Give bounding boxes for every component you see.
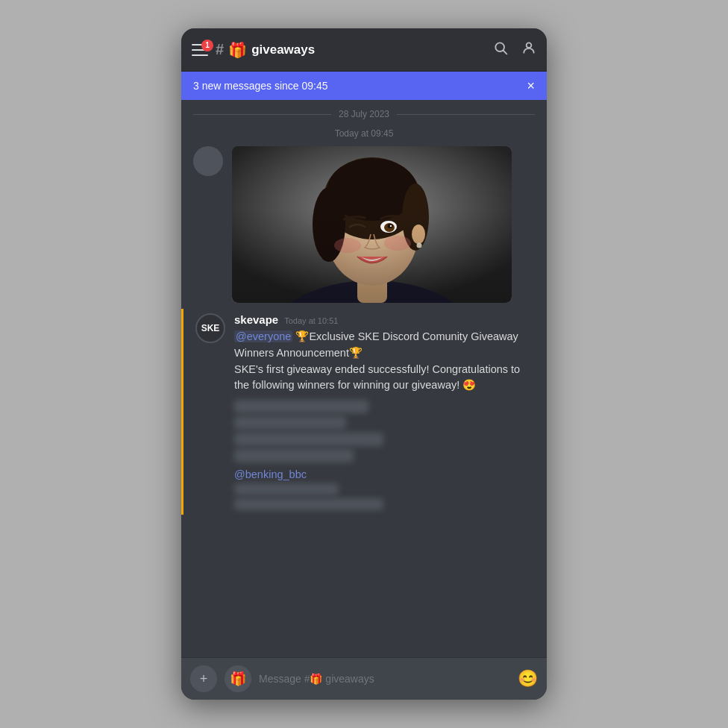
- svg-point-14: [390, 225, 392, 227]
- banner-text: 3 new messages since 09:45: [193, 80, 328, 92]
- profile-icon[interactable]: [521, 40, 536, 59]
- plus-icon: +: [200, 671, 208, 687]
- gift-button[interactable]: 🎁: [225, 665, 251, 692]
- svg-rect-5: [357, 266, 387, 303]
- svg-line-1: [503, 51, 507, 54]
- header-left: 1 # 🎁 giveaways: [192, 41, 493, 59]
- svg-point-12: [384, 223, 395, 232]
- date-divider-text: 28 July 2023: [331, 109, 397, 119]
- channel-emoji-icon: 🎁: [228, 41, 247, 59]
- avatar-placeholder: [193, 146, 223, 176]
- blurred-winners-list: [234, 400, 535, 462]
- blurred-item-3: [234, 433, 383, 446]
- image-message: [181, 143, 547, 309]
- winner-mention[interactable]: @benking_bbc: [234, 468, 535, 480]
- everyone-mention[interactable]: @everyone: [234, 330, 292, 342]
- message-content: skevape Today at 10:51 @everyone 🏆Exclus…: [234, 313, 535, 510]
- svg-point-17: [334, 238, 361, 253]
- gif-face-visual: [232, 146, 512, 303]
- channel-info: # 🎁 giveaways: [216, 41, 315, 59]
- svg-point-13: [388, 224, 393, 228]
- message-text-line2: SKE's first giveaway ended successfully!…: [234, 363, 520, 392]
- blurred-item-2: [234, 416, 346, 430]
- avatar: SKE: [195, 313, 225, 343]
- svg-point-11: [380, 221, 397, 233]
- gif-image: [232, 146, 512, 303]
- message-header: skevape Today at 10:51: [234, 313, 535, 326]
- banner-close-button[interactable]: ×: [527, 79, 535, 92]
- messages-area: 28 July 2023 Today at 09:45: [181, 100, 547, 657]
- blurred-item2-1: [234, 483, 339, 495]
- svg-point-2: [527, 43, 532, 48]
- app-container: 1 # 🎁 giveaways 3: [181, 28, 547, 700]
- date-divider: 28 July 2023: [181, 100, 547, 128]
- hash-icon: #: [216, 41, 224, 58]
- svg-point-18: [384, 236, 411, 251]
- blurred-item-4: [234, 449, 354, 462]
- search-icon[interactable]: [493, 40, 508, 59]
- svg-point-15: [412, 225, 425, 244]
- add-button[interactable]: +: [190, 665, 217, 692]
- input-bar: + 🎁 😊: [181, 657, 547, 700]
- svg-point-10: [402, 183, 429, 251]
- blurred-item-1: [234, 400, 368, 413]
- message-input[interactable]: [259, 673, 510, 685]
- message-timestamp-1: Today at 09:45: [181, 128, 547, 139]
- message-text: @everyone 🏆Exclusive SKE Discord Comunit…: [234, 329, 535, 394]
- new-messages-banner: 3 new messages since 09:45 ×: [181, 72, 547, 100]
- blurred-list-2: [234, 483, 535, 510]
- message-time: Today at 10:51: [284, 316, 338, 325]
- svg-point-16: [417, 243, 422, 248]
- header-right: [493, 40, 536, 59]
- notification-badge: 1: [201, 40, 213, 51]
- menu-button[interactable]: 1: [192, 44, 208, 56]
- message-author: skevape: [234, 313, 278, 326]
- channel-name: giveaways: [251, 43, 315, 57]
- svg-point-8: [327, 158, 417, 221]
- blurred-item2-2: [234, 498, 383, 510]
- svg-point-9: [313, 187, 345, 262]
- emoji-button[interactable]: 😊: [518, 669, 538, 688]
- text-message-skevape: SKE skevape Today at 10:51 @everyone 🏆Ex…: [181, 309, 547, 515]
- svg-point-4: [268, 280, 477, 303]
- header: 1 # 🎁 giveaways: [181, 28, 547, 72]
- gift-icon: 🎁: [230, 671, 246, 687]
